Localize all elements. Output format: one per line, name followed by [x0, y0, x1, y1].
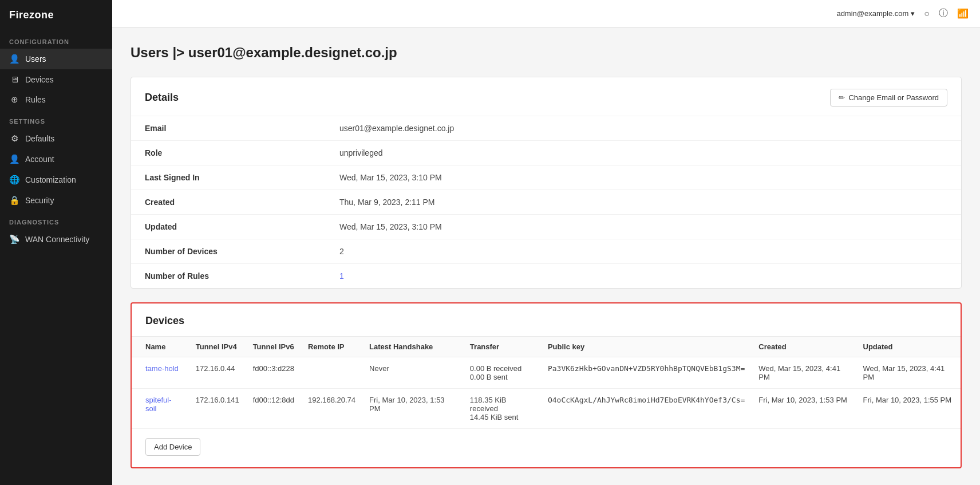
page-title: Users |> user01@example.designet.co.jp: [131, 45, 962, 61]
pencil-icon: ✏: [839, 93, 845, 102]
column-header: Name: [132, 337, 189, 357]
app-logo: Firezone: [0, 0, 112, 30]
sidebar-item-security-label: Security: [25, 196, 54, 205]
column-header: Latest Handshake: [362, 337, 463, 357]
details-table: Emailuser01@example.designet.co.jpRoleun…: [131, 116, 961, 288]
devices-icon: 🖥: [9, 74, 19, 84]
main-content: Users |> user01@example.designet.co.jp D…: [112, 27, 980, 485]
table-row: CreatedThu, Mar 9, 2023, 2:11 PM: [131, 190, 961, 215]
table-row: spiteful-soil172.16.0.141fd00::12:8dd192…: [132, 389, 961, 429]
field-label: Last Signed In: [131, 165, 326, 190]
field-value: unprivileged: [326, 141, 961, 165]
cell: 118.35 KiB received 14.45 KiB sent: [463, 389, 541, 429]
devices-table: NameTunnel IPv4Tunnel IPv6Remote IPLates…: [132, 336, 961, 429]
topbar: admin@example.com ▾ ○ ⓘ 📶: [112, 0, 980, 27]
sidebar-item-defaults-label: Defaults: [25, 134, 54, 143]
details-title: Details: [145, 92, 179, 104]
field-value: user01@example.designet.co.jp: [326, 116, 961, 141]
cell: [301, 357, 362, 389]
cell: tame-hold: [132, 357, 189, 389]
sidebar-item-account[interactable]: 👤 Account: [0, 149, 112, 169]
details-card: Details ✏ Change Email or Password Email…: [131, 77, 962, 289]
field-value: 1: [326, 264, 961, 289]
column-header: Updated: [856, 337, 961, 357]
rules-icon: ⊕: [9, 94, 19, 105]
column-header: Tunnel IPv4: [189, 337, 246, 357]
field-value: Thu, Mar 9, 2023, 2:11 PM: [326, 190, 961, 215]
cell: Wed, Mar 15, 2023, 4:41 PM: [752, 357, 856, 389]
settings-section-label: SETTINGS: [0, 110, 112, 128]
details-header: Details ✏ Change Email or Password: [131, 77, 961, 116]
column-header: Public key: [541, 337, 752, 357]
column-header: Remote IP: [301, 337, 362, 357]
sidebar-item-wan-label: WAN Connectivity: [25, 235, 89, 244]
cell: 192.168.20.74: [301, 389, 362, 429]
column-header: Tunnel IPv6: [246, 337, 301, 357]
change-email-password-button[interactable]: ✏ Change Email or Password: [830, 89, 947, 107]
field-value: Wed, Mar 15, 2023, 3:10 PM: [326, 215, 961, 239]
sidebar-item-users[interactable]: 👤 Users: [0, 49, 112, 69]
field-link[interactable]: 1: [339, 271, 344, 281]
customization-icon: 🌐: [9, 175, 19, 185]
table-row: UpdatedWed, Mar 15, 2023, 3:10 PM: [131, 215, 961, 239]
device-name-link[interactable]: spiteful-soil: [145, 396, 172, 413]
diagnostics-section-label: DIAGNOSTICS: [0, 211, 112, 229]
cell: O4oCcKAgxL/AhJYwRc8imoiHd7EboEVRK4hYOef3…: [541, 389, 752, 429]
table-row: Number of Rules1: [131, 264, 961, 289]
cell: fd00::12:8dd: [246, 389, 301, 429]
table-row: Emailuser01@example.designet.co.jp: [131, 116, 961, 141]
wifi-icon[interactable]: 📶: [957, 8, 969, 19]
sidebar-item-devices[interactable]: 🖥 Devices: [0, 69, 112, 89]
cell: 172.16.0.44: [189, 357, 246, 389]
sidebar-item-devices-label: Devices: [25, 75, 54, 84]
change-email-password-label: Change Email or Password: [848, 93, 939, 102]
topbar-user[interactable]: admin@example.com ▾: [836, 9, 915, 18]
sidebar-item-customization-label: Customization: [25, 175, 76, 184]
cell: Pa3VK6zHkb+GOvanDN+VZD5RY0hhBpTQNQVEbB1g…: [541, 357, 752, 389]
config-section-label: CONFIGURATION: [0, 30, 112, 49]
devices-header: Devices: [132, 303, 961, 336]
cell: Fri, Mar 10, 2023, 1:53 PM: [362, 389, 463, 429]
cell: fd00::3:d228: [246, 357, 301, 389]
cell: spiteful-soil: [132, 389, 189, 429]
field-label: Email: [131, 116, 326, 141]
security-icon: 🔒: [9, 195, 19, 206]
sidebar-item-rules-label: Rules: [25, 95, 46, 104]
field-label: Updated: [131, 215, 326, 239]
cell: Never: [362, 357, 463, 389]
cell: 172.16.0.141: [189, 389, 246, 429]
topbar-chevron: ▾: [911, 9, 915, 18]
topbar-username: admin@example.com: [836, 9, 908, 18]
users-icon: 👤: [9, 54, 19, 64]
sidebar-item-security[interactable]: 🔒 Security: [0, 190, 112, 211]
column-header: Transfer: [463, 337, 541, 357]
sidebar-item-wan[interactable]: 📡 WAN Connectivity: [0, 229, 112, 250]
table-row: Roleunprivileged: [131, 141, 961, 165]
wan-icon: 📡: [9, 234, 19, 245]
sidebar-item-customization[interactable]: 🌐 Customization: [0, 169, 112, 190]
field-label: Number of Devices: [131, 239, 326, 264]
sidebar-item-account-label: Account: [25, 155, 54, 164]
devices-card: Devices NameTunnel IPv4Tunnel IPv6Remote…: [131, 302, 962, 468]
sidebar: Firezone CONFIGURATION 👤 Users 🖥 Devices…: [0, 0, 112, 485]
info-icon[interactable]: ⓘ: [939, 7, 948, 19]
table-row: tame-hold172.16.0.44fd00::3:d228Never0.0…: [132, 357, 961, 389]
cell: Wed, Mar 15, 2023, 4:41 PM: [856, 357, 961, 389]
table-row: Number of Devices2: [131, 239, 961, 264]
circle-icon[interactable]: ○: [924, 9, 930, 19]
field-value: 2: [326, 239, 961, 264]
field-label: Number of Rules: [131, 264, 326, 289]
account-icon: 👤: [9, 154, 19, 164]
devices-title: Devices: [145, 315, 184, 326]
cell: Fri, Mar 10, 2023, 1:53 PM: [752, 389, 856, 429]
device-name-link[interactable]: tame-hold: [145, 364, 179, 373]
sidebar-item-rules[interactable]: ⊕ Rules: [0, 89, 112, 110]
column-header: Created: [752, 337, 856, 357]
sidebar-item-defaults[interactable]: ⚙ Defaults: [0, 128, 112, 149]
add-device-button[interactable]: Add Device: [145, 438, 200, 456]
table-row: Last Signed InWed, Mar 15, 2023, 3:10 PM: [131, 165, 961, 190]
cell: 0.00 B received 0.00 B sent: [463, 357, 541, 389]
field-label: Role: [131, 141, 326, 165]
add-device-label: Add Device: [154, 443, 192, 451]
field-label: Created: [131, 190, 326, 215]
